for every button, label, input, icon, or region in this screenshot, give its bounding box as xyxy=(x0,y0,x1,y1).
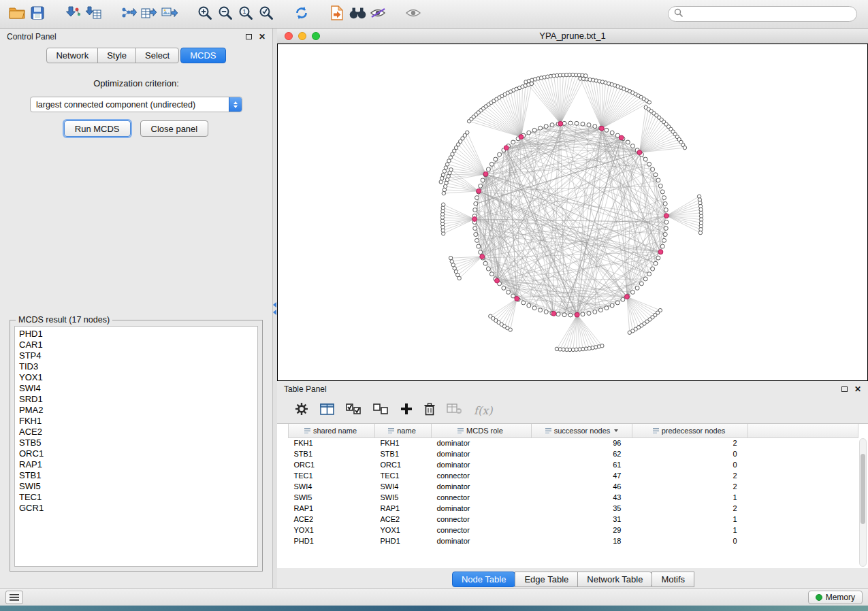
import-network-button[interactable] xyxy=(63,3,83,25)
col-filler xyxy=(748,424,858,437)
col-name[interactable]: name xyxy=(375,424,432,437)
network-graph[interactable] xyxy=(278,44,867,380)
result-item[interactable]: ACE2 xyxy=(15,427,257,437)
result-item[interactable]: TEC1 xyxy=(15,492,257,503)
result-item[interactable]: STB5 xyxy=(15,437,257,448)
optimization-criterion-select[interactable]: largest connected component (undirected) xyxy=(30,97,242,112)
export-network-button[interactable] xyxy=(118,3,139,25)
table-row[interactable]: RAP1RAP1dominator352 xyxy=(289,503,858,514)
refresh-icon xyxy=(294,5,309,23)
import-table-button[interactable] xyxy=(83,3,103,25)
memory-button[interactable]: Memory xyxy=(808,591,863,604)
mcds-tab-content: Optimization criterion: largest connecte… xyxy=(0,63,272,588)
result-item[interactable]: RAP1 xyxy=(15,459,257,470)
hide-graphics-details-button[interactable] xyxy=(368,3,388,25)
cell-shared-name: ORC1 xyxy=(289,459,375,470)
show-graphics-details-button[interactable] xyxy=(403,3,423,25)
mcds-result-list[interactable]: PHD1CAR1STP4TID3YOX1SWI4SRD1PMA2FKH1ACE2… xyxy=(14,326,258,567)
tab-network-table[interactable]: Network Table xyxy=(577,572,652,587)
table-scrollbar[interactable] xyxy=(859,438,867,567)
run-mcds-button[interactable]: Run MCDS xyxy=(64,120,131,137)
result-item[interactable]: TID3 xyxy=(15,361,257,372)
deselect-all-rows-button[interactable] xyxy=(373,400,389,420)
delete-table-button[interactable] xyxy=(447,400,462,420)
search-input[interactable] xyxy=(684,10,851,19)
cell-name: FKH1 xyxy=(375,437,432,448)
export-table-button[interactable] xyxy=(139,3,159,25)
table-row[interactable]: YOX1YOX1connector291 xyxy=(289,525,858,535)
col-successor-nodes[interactable]: successor nodes xyxy=(532,424,632,437)
cell-filler xyxy=(748,514,858,525)
result-item[interactable]: STP4 xyxy=(15,350,257,361)
select-all-rows-button[interactable] xyxy=(346,400,361,420)
close-table-panel-button[interactable]: ✕ xyxy=(854,385,861,393)
tab-select[interactable]: Select xyxy=(135,48,179,63)
splitter-collapse-icon[interactable] xyxy=(273,302,276,315)
cell-predecessor-nodes: 2 xyxy=(632,481,748,492)
cell-name: SWI5 xyxy=(375,492,432,503)
search-network-button[interactable] xyxy=(347,3,368,25)
tab-edge-table[interactable]: Edge Table xyxy=(515,572,578,587)
table-row[interactable]: ORC1ORC1dominator610 xyxy=(289,459,858,470)
cell-filler xyxy=(748,492,858,503)
delete-column-button[interactable] xyxy=(424,400,435,420)
cell-filler xyxy=(748,437,858,448)
refresh-layout-button[interactable] xyxy=(291,3,312,25)
result-item[interactable]: PMA2 xyxy=(15,405,257,416)
close-window-button[interactable] xyxy=(285,32,293,40)
table-row[interactable]: PHD1PHD1dominator180 xyxy=(289,535,858,546)
status-menu-button[interactable] xyxy=(5,591,23,604)
tab-mcds[interactable]: MCDS xyxy=(180,48,225,63)
table-row[interactable]: ACE2ACE2connector311 xyxy=(289,514,858,525)
tab-network[interactable]: Network xyxy=(46,48,98,63)
close-panel-x-button[interactable]: ✕ xyxy=(259,33,266,41)
network-searchbox[interactable] xyxy=(668,6,857,22)
cell-name: RAP1 xyxy=(375,503,432,514)
table-row[interactable]: STB1STB1dominator620 xyxy=(289,448,858,459)
table-row[interactable]: TEC1TEC1connector472 xyxy=(289,470,858,481)
zoom-window-button[interactable] xyxy=(312,32,320,40)
table-row[interactable]: SWI5SWI5connector431 xyxy=(289,492,858,503)
result-item[interactable]: SWI4 xyxy=(15,383,257,394)
table-scrollbar-thumb[interactable] xyxy=(861,454,865,524)
right-area: YPA_prune.txt_1 Table Panel ✕ xyxy=(277,29,868,588)
cell-successor-nodes: 31 xyxy=(532,514,632,525)
col-mcds-role[interactable]: MCDS role xyxy=(432,424,532,437)
tab-motifs[interactable]: Motifs xyxy=(652,572,694,587)
result-item[interactable]: STB1 xyxy=(15,470,257,481)
col-shared-name[interactable]: shared name xyxy=(289,424,375,437)
zoom-actual-size-button[interactable]: 1 xyxy=(236,3,256,25)
table-settings-button[interactable] xyxy=(295,400,308,420)
result-item[interactable]: SWI5 xyxy=(15,481,257,492)
save-session-button[interactable] xyxy=(27,3,48,25)
tab-style[interactable]: Style xyxy=(97,48,136,63)
zoom-out-button[interactable] xyxy=(215,3,236,25)
zoom-fit-button[interactable] xyxy=(256,3,276,25)
table-row[interactable]: FKH1FKH1dominator962 xyxy=(289,437,858,448)
col-predecessor-nodes[interactable]: predecessor nodes xyxy=(632,424,748,437)
memory-status-icon xyxy=(816,594,822,601)
result-item[interactable]: FKH1 xyxy=(15,416,257,427)
result-item[interactable]: PHD1 xyxy=(15,329,257,340)
result-item[interactable]: ORC1 xyxy=(15,448,257,459)
result-item[interactable]: GCR1 xyxy=(15,503,257,514)
show-columns-button[interactable] xyxy=(320,400,334,420)
float-panel-button[interactable] xyxy=(246,34,252,39)
result-item[interactable]: CAR1 xyxy=(15,340,257,350)
cell-filler xyxy=(748,525,858,535)
share-document-button[interactable] xyxy=(327,3,347,25)
result-item[interactable]: SRD1 xyxy=(15,394,257,405)
function-builder-button[interactable]: f(x) xyxy=(474,400,492,420)
network-canvas[interactable] xyxy=(277,44,868,381)
zoom-in-button[interactable] xyxy=(195,3,215,25)
float-table-panel-button[interactable] xyxy=(841,386,848,392)
add-column-button[interactable] xyxy=(400,400,413,420)
table-row[interactable]: SWI4SWI4dominator462 xyxy=(289,481,858,492)
close-panel-button[interactable]: Close panel xyxy=(140,120,209,137)
result-item[interactable]: YOX1 xyxy=(15,372,257,383)
open-session-button[interactable] xyxy=(7,3,27,25)
tab-node-table[interactable]: Node Table xyxy=(452,572,516,587)
export-image-button[interactable] xyxy=(159,3,180,25)
minimize-window-button[interactable] xyxy=(298,32,306,40)
cell-shared-name: RAP1 xyxy=(289,503,375,514)
